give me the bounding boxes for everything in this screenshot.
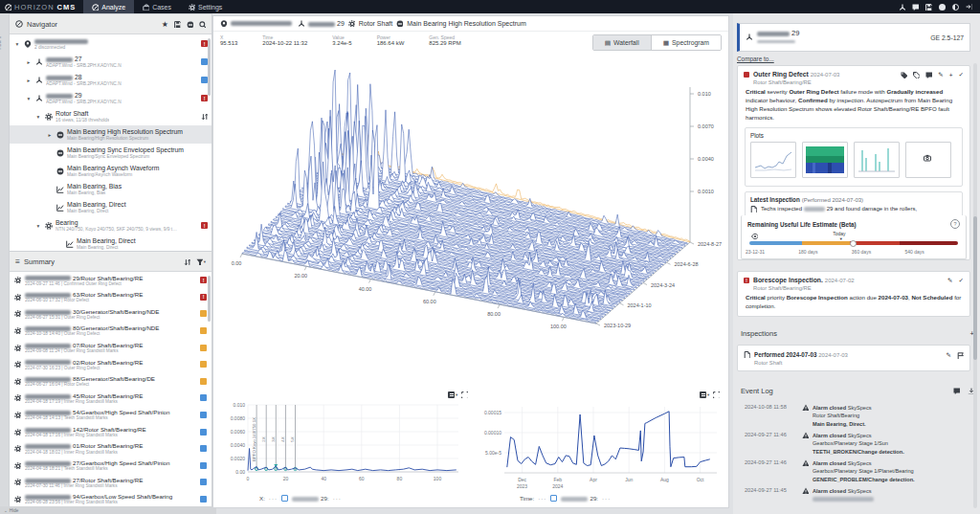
summary-scrollbar[interactable] bbox=[208, 276, 211, 322]
svg-text:0: 0 bbox=[247, 476, 250, 481]
chevron-right-icon[interactable]: ▸ bbox=[25, 78, 33, 83]
navigator-scrollbar[interactable] bbox=[208, 38, 211, 96]
add-icon[interactable]: + bbox=[949, 72, 953, 78]
summary-item[interactable]: 07/Rotor Shaft/Bearing/RE2024-09-08 11:2… bbox=[10, 339, 212, 356]
inspection-item[interactable]: Performed 2024-07-03 2024-07-03 Rotor Sh… bbox=[737, 345, 970, 371]
comment-icon[interactable] bbox=[953, 388, 960, 394]
report-flag-icon[interactable] bbox=[957, 352, 964, 359]
panel-scrollbar-track[interactable] bbox=[973, 63, 977, 508]
nav-item-bearing-mb-direct[interactable]: Main Bearing, DirectMain Bearing, Direct bbox=[10, 235, 212, 252]
event-log-entry[interactable]: 2024-09-27 11:46 Alarm closed SkySpecsGe… bbox=[745, 432, 974, 456]
rul-estimate-marker[interactable] bbox=[850, 240, 857, 247]
edit-icon[interactable]: ✎ bbox=[947, 351, 951, 359]
tab-cases[interactable]: Cases bbox=[134, 0, 180, 13]
chevron-down-icon[interactable]: ▾ bbox=[34, 114, 42, 120]
breadcrumb-component[interactable]: Rotor Shaft bbox=[359, 20, 392, 27]
add-photo-button[interactable] bbox=[905, 142, 951, 178]
summary-item[interactable]: 27/Rotor Shaft/Bearing/RE2024-07-30 11:4… bbox=[10, 474, 212, 491]
chevron-down-icon[interactable]: ▾ bbox=[25, 96, 33, 101]
compare-to-link[interactable]: Compare to... bbox=[737, 56, 774, 62]
logout-icon[interactable] bbox=[966, 4, 972, 11]
nav-item-mb-bias[interactable]: Main Bearing, BiasMain Bearing, Bias bbox=[10, 180, 212, 198]
save-view-icon[interactable] bbox=[174, 21, 181, 28]
resolve-icon[interactable]: ✓ bbox=[959, 71, 964, 78]
theme-toggle-icon[interactable] bbox=[952, 4, 959, 11]
plot-thumbnail-trend[interactable] bbox=[750, 142, 796, 178]
nav-item-mb-direct[interactable]: Main Bearing, DirectMain Bearing, Direct bbox=[10, 198, 212, 216]
user-avatar-icon[interactable] bbox=[939, 4, 946, 11]
waterfall-button[interactable]: ▤Waterfall bbox=[593, 35, 651, 50]
plot-thumbnail-spectrogram[interactable] bbox=[802, 142, 848, 178]
spectrogram-button[interactable]: ▦Spectrogram bbox=[651, 35, 721, 50]
chevron-right-icon[interactable]: ▸ bbox=[25, 59, 33, 65]
comment-icon[interactable] bbox=[925, 72, 932, 78]
legend-menu-dots[interactable]: ··· bbox=[602, 495, 611, 502]
app-logo[interactable]: HORIZONCMS bbox=[0, 3, 83, 11]
series-checkbox[interactable] bbox=[550, 495, 557, 502]
display-icon[interactable] bbox=[925, 4, 932, 11]
nav-item-site[interactable]: ▾ 2 disconnected ! bbox=[10, 34, 212, 53]
nav-item-rotor-shaft[interactable]: ▾ Rotor Shaft16 views, 11/18 thresholds bbox=[10, 107, 212, 125]
summary-item[interactable]: 45/Rotor Shaft/Bearing/RE2024-04-18 17:1… bbox=[10, 390, 212, 407]
sort-icon[interactable] bbox=[184, 258, 190, 265]
panel-scrollbar-thumb[interactable] bbox=[973, 216, 977, 360]
signal-icon[interactable] bbox=[899, 4, 905, 11]
action-card[interactable]: ! Borescope Inspection. 2024-07-02 ✎ ✓ R… bbox=[737, 271, 970, 317]
summary-item[interactable]: 88/Generator/Shaft/Bearing/DE2024-06-27 … bbox=[10, 373, 212, 391]
summary-item[interactable]: 54/Gearbox/High Speed Shaft/Pinion2024-0… bbox=[10, 407, 212, 424]
summary-item[interactable]: 30/Generator/Shaft/Bearing/NDE2024-06-27… bbox=[10, 305, 212, 323]
tag-add-icon[interactable] bbox=[913, 72, 920, 78]
tab-settings[interactable]: Settings bbox=[180, 0, 231, 13]
summary-item[interactable]: 80/Generator/Shaft/Bearing/NDE2024-10-18… bbox=[10, 323, 212, 340]
breadcrumb-turbine[interactable]: 29 bbox=[337, 20, 345, 27]
nav-item-mb-asynch-waveform[interactable]: Main Bearing Asynch WaveformMain Bearing… bbox=[10, 162, 212, 180]
event-log-entry[interactable]: 2024-09-27 11:45 Alarm closed SkySpecs bbox=[745, 487, 974, 503]
nav-item-mb-high-res-spectrum[interactable]: ▸ Main Bearing High Resolution SpectrumM… bbox=[10, 125, 212, 144]
rul-segment-bad bbox=[850, 241, 900, 245]
autospectrum-chart[interactable]: 0.0100.00800.00600.00400.00200.000204060… bbox=[219, 397, 470, 493]
chevron-down-icon[interactable]: ▾ bbox=[13, 41, 21, 47]
event-log-entry[interactable]: 2024-09-27 11:46 Alarm closed SkySpecsGe… bbox=[745, 459, 974, 483]
summary-item[interactable]: 63/Rotor Shaft/Bearing/RE2024-06-10 17:3… bbox=[10, 289, 212, 306]
filter-button[interactable]: ▾ bbox=[196, 258, 206, 265]
series-checkbox[interactable] bbox=[281, 495, 288, 502]
event-log-entry[interactable]: 2024-10-08 11:58 Alarm closed SkySpecsRo… bbox=[745, 404, 974, 428]
edit-icon[interactable]: ✎ bbox=[938, 71, 943, 78]
asset-card[interactable]: 29 GE 2.5-127 bbox=[737, 23, 970, 52]
eye-icon[interactable] bbox=[751, 233, 758, 239]
favorite-icon[interactable]: ★ bbox=[162, 20, 168, 29]
tag-icon[interactable] bbox=[901, 72, 907, 78]
mail-icon[interactable] bbox=[912, 4, 919, 11]
nav-item-turbine-29[interactable]: ▾ 29ADAPT.Wind - SRB.2PH.KADYNC.N ! bbox=[10, 89, 212, 107]
nav-item-turbine-27[interactable]: ▸ 27ADAPT.Wind - SRB.2PH.KADYNC.N bbox=[10, 53, 212, 71]
help-icon[interactable]: ? bbox=[950, 219, 960, 229]
svg-text:2024-6-28: 2024-6-28 bbox=[675, 261, 699, 267]
rul-timeline[interactable]: Today ▼ bbox=[749, 241, 958, 245]
hide-panel-bar[interactable]: ⌄Hide bbox=[0, 506, 216, 514]
chevron-down-icon[interactable]: ▾ bbox=[34, 223, 42, 229]
chevron-right-icon[interactable]: ▸ bbox=[46, 132, 54, 138]
hierarchy-icon[interactable] bbox=[201, 113, 208, 120]
nav-item-mb-sync-env-spectrum[interactable]: Main Bearing Sync Enveloped SpectrumMain… bbox=[10, 144, 212, 162]
summary-item[interactable]: 142/Rotor Shaft/Bearing/RE2024-04-18 17:… bbox=[10, 423, 212, 440]
summary-item[interactable]: 27/Gearbox/High Speed Shaft/Pinion2024-0… bbox=[10, 458, 212, 475]
trend-chart[interactable]: 0.000150.000105.00e-5Dec2023Feb2024AprJu… bbox=[476, 397, 723, 493]
breadcrumb-view[interactable]: Main Bearing High Resolution Spectrum bbox=[407, 20, 526, 27]
summary-item[interactable]: 02/Rotor Shaft/Bearing/RE2024-07-30 16:2… bbox=[10, 356, 212, 373]
legend-menu-dots[interactable]: ··· bbox=[269, 495, 278, 502]
plot-thumbnail-spectrum[interactable] bbox=[854, 142, 900, 178]
tab-analyze[interactable]: Analyze bbox=[83, 0, 134, 13]
complete-icon[interactable]: ✓ bbox=[959, 277, 964, 284]
legend-menu-dots[interactable]: ··· bbox=[333, 495, 342, 502]
summary-item[interactable]: 94/Gearbox/Low Speed Shaft/Bearing2024-0… bbox=[10, 491, 212, 507]
edit-icon[interactable]: ✎ bbox=[947, 277, 952, 284]
summary-item[interactable]: 29/Rotor Shaft/Bearing/RE2024-09-27 11:4… bbox=[10, 272, 212, 289]
nav-item-bearing[interactable]: ▾ BearingNTN 240/750, Koyo 240/750, SKF … bbox=[10, 216, 212, 235]
location-pin-icon bbox=[24, 40, 32, 48]
nav-item-turbine-28[interactable]: ▸ 28ADAPT.Wind - SRB.2PH.KADYNC.N bbox=[10, 71, 212, 89]
panel-layout-icon[interactable] bbox=[187, 21, 193, 28]
waterfall-3d-chart[interactable]: 0.00100.00400.00700.0100.0020.0040.0060.… bbox=[213, 51, 730, 388]
legend-menu-dots[interactable]: ··· bbox=[538, 495, 546, 502]
summary-item[interactable]: 01/Rotor Shaft/Bearing/RE2024-04-18 18:0… bbox=[10, 440, 212, 458]
search-icon[interactable] bbox=[199, 21, 206, 28]
